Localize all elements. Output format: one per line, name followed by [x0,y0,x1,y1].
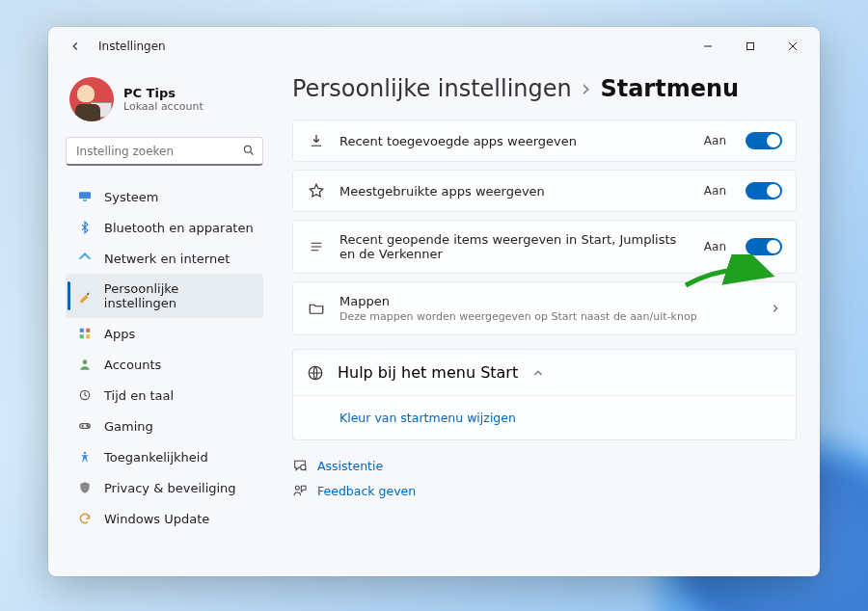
sidebar-item-label: Apps [104,327,135,341]
svg-rect-7 [86,334,90,338]
sidebar-item-personalization[interactable]: Persoonlijke instellingen [66,274,263,318]
breadcrumb: Persoonlijke instellingen › Startmenu [292,75,797,102]
setting-label: Recent geopende items weergeven in Start… [339,232,691,261]
download-icon [307,132,326,149]
svg-rect-2 [79,192,91,199]
sidebar-item-label: Bluetooth en apparaten [104,221,254,235]
sidebar-item-label: Systeem [104,190,158,204]
sidebar-item-apps[interactable]: Apps [66,318,263,349]
sidebar-item-label: Accounts [104,358,161,372]
globe-help-icon [307,364,324,382]
update-icon [77,511,93,526]
chat-help-icon [292,458,308,473]
help-title: Hulp bij het menu Start [338,363,518,382]
titlebar: Instellingen [48,27,820,66]
sidebar-item-label: Privacy & beveiliging [104,481,236,495]
main-content: Persoonlijke instellingen › Startmenu Re… [275,66,820,576]
svg-rect-5 [86,329,90,332]
setting-label: Recent toegevoegde apps weergeven [339,134,691,148]
sidebar-item-label: Tijd en taal [104,388,174,403]
search-icon [242,144,256,157]
sidebar-item-bluetooth[interactable]: Bluetooth en apparaten [66,212,263,243]
maximize-button[interactable] [729,32,772,61]
sidebar-item-update[interactable]: Windows Update [66,503,263,534]
sidebar-item-gaming[interactable]: Gaming [66,411,263,441]
setting-sub: Deze mappen worden weergegeven op Start … [339,310,755,323]
setting-label: Meestgebruikte apps weergeven [339,184,691,199]
minimize-button[interactable] [687,32,729,61]
avatar [69,77,114,121]
sidebar-item-network[interactable]: Netwerk en internet [66,243,263,274]
clock-globe-icon [77,387,93,403]
sidebar-item-label: Windows Update [104,512,209,526]
nav-list: Systeem Bluetooth en apparaten Netwerk e… [66,181,263,534]
feedback-link[interactable]: Feedback geven [292,483,797,498]
svg-point-13 [84,452,86,454]
toggle-state-text: Aan [704,240,726,253]
setting-recent-items: Recent geopende items weergeven in Start… [292,220,797,274]
list-icon [307,238,326,255]
person-icon [77,357,93,372]
sidebar-item-label: Persoonlijke instellingen [104,281,254,310]
search-box [66,137,263,166]
shield-icon [77,480,93,495]
toggle-recent-apps[interactable] [746,132,782,149]
accessibility-icon [77,449,93,465]
bluetooth-icon [77,220,93,235]
sidebar-item-label: Toegankelijkheid [104,450,208,465]
monitor-icon [77,189,93,204]
window-controls [687,32,814,61]
sidebar-item-label: Netwerk en internet [104,252,230,266]
sidebar-item-label: Gaming [104,419,153,434]
sidebar: PC Tips Lokaal account Systeem Bluetooth… [48,66,275,576]
help-link-color[interactable]: Kleur van startmenu wijzigen [339,411,516,425]
sidebar-item-accounts[interactable]: Accounts [66,349,263,380]
chevron-right-icon: › [582,75,591,102]
profile-block[interactable]: PC Tips Lokaal account [69,77,263,121]
assistance-label: Assistentie [317,459,383,473]
setting-most-used: Meestgebruikte apps weergeven Aan [292,170,797,212]
wifi-icon [77,251,93,266]
back-button[interactable] [62,33,89,60]
setting-label: Mappen Deze mappen worden weergegeven op… [339,294,755,323]
gamepad-icon [77,418,93,434]
svg-point-16 [295,486,299,490]
window-title: Instellingen [98,40,166,53]
help-header[interactable]: Hulp bij het menu Start [293,350,796,395]
sidebar-item-time[interactable]: Tijd en taal [66,380,263,411]
toggle-state-text: Aan [704,134,726,147]
svg-rect-3 [83,199,87,200]
toggle-state-text: Aan [704,184,726,198]
svg-rect-4 [80,329,84,332]
toggle-most-used[interactable] [746,182,782,199]
svg-rect-6 [80,334,84,338]
folder-icon [307,300,326,317]
profile-name: PC Tips [123,86,203,100]
star-icon [307,182,326,199]
toggle-recent-items[interactable] [746,238,782,255]
setting-recent-apps: Recent toegevoegde apps weergeven Aan [292,120,797,162]
sidebar-item-accessibility[interactable]: Toegankelijkheid [66,441,263,472]
help-body: Kleur van startmenu wijzigen [293,395,796,439]
help-group: Hulp bij het menu Start Kleur van startm… [292,349,797,440]
footer-links: Assistentie Feedback geven [292,458,797,498]
svg-rect-0 [747,43,754,50]
setting-folders[interactable]: Mappen Deze mappen worden weergegeven op… [292,281,797,335]
feedback-icon [292,483,308,498]
paint-icon [77,288,93,304]
feedback-label: Feedback geven [317,484,416,498]
search-input[interactable] [66,137,263,166]
chevron-right-icon [769,302,782,315]
apps-icon [77,326,93,341]
page-title: Startmenu [600,75,739,102]
chevron-up-icon [531,366,545,380]
sidebar-item-system[interactable]: Systeem [66,181,263,212]
profile-sub: Lokaal account [123,100,203,113]
settings-window: Instellingen PC Tips Lokaal account [48,27,820,576]
svg-point-15 [301,465,306,469]
close-button[interactable] [772,32,814,61]
sidebar-item-privacy[interactable]: Privacy & beveiliging [66,472,263,503]
breadcrumb-parent[interactable]: Persoonlijke instellingen [292,75,572,102]
svg-point-1 [244,146,251,152]
assistance-link[interactable]: Assistentie [292,458,797,473]
